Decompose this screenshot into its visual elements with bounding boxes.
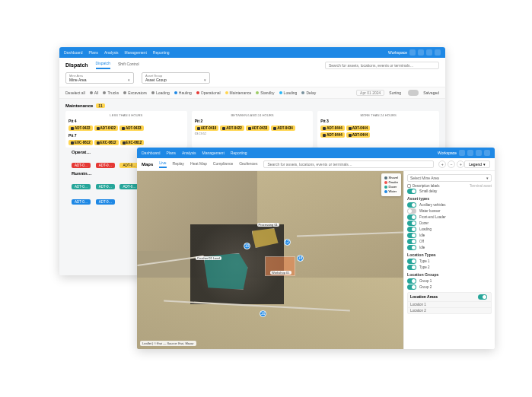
toggle-loc-type1[interactable] bbox=[407, 259, 416, 264]
filter-hauling[interactable]: Hauling bbox=[174, 91, 192, 95]
asset-card[interactable]: EXC-0612 bbox=[120, 140, 145, 145]
nav-reporting[interactable]: Reporting bbox=[153, 50, 170, 55]
filter-loading2[interactable]: Loading bbox=[279, 91, 298, 95]
zoom-out-button[interactable]: − bbox=[448, 160, 455, 168]
workspace-label[interactable]: Workspace bbox=[438, 151, 457, 155]
zoom-in-button[interactable]: + bbox=[438, 160, 446, 168]
map-canvas[interactable]: Crusher 01 Load Processing 01 Workshop 0… bbox=[137, 171, 403, 349]
asset-pill[interactable]: ADT-0… bbox=[96, 184, 115, 189]
help-icon[interactable] bbox=[476, 150, 482, 156]
nav-dashboard[interactable]: Dashboard bbox=[142, 151, 160, 155]
list-item[interactable]: Location 1 bbox=[408, 301, 491, 307]
asset-pill[interactable]: ADT-0… bbox=[72, 199, 91, 205]
nav-analysis[interactable]: Analysis bbox=[104, 50, 119, 55]
workspace-label[interactable]: Workspace bbox=[388, 50, 407, 55]
asset-card[interactable]: ADT-0433 bbox=[246, 125, 270, 131]
nav-plans[interactable]: Plans bbox=[166, 151, 176, 155]
filter-delay[interactable]: Delay bbox=[301, 91, 316, 95]
asset-pill[interactable]: ADT-0… bbox=[72, 163, 91, 168]
gear-icon[interactable] bbox=[467, 150, 473, 156]
small-delay-toggle[interactable] bbox=[407, 189, 416, 194]
legend-panel: Shovel Grader Dozer Water bbox=[381, 173, 401, 196]
tab-compliance[interactable]: Compliance bbox=[213, 161, 233, 167]
home-icon[interactable] bbox=[409, 49, 416, 56]
tab-live[interactable]: Live bbox=[159, 160, 166, 168]
filter-deselect-all[interactable]: Deselect all bbox=[65, 91, 85, 95]
asset-card[interactable]: ADT-0444 bbox=[320, 132, 345, 138]
toggle-loc-grp1[interactable] bbox=[407, 278, 416, 284]
help-icon[interactable] bbox=[426, 49, 432, 56]
asset-group-select[interactable]: Asset Group Asset Group▾ bbox=[142, 72, 210, 84]
salvaged-toggle[interactable] bbox=[408, 90, 419, 96]
mine-area-select[interactable]: Select Mine Area▾ bbox=[407, 174, 492, 182]
toggle-loading[interactable] bbox=[407, 227, 416, 232]
legend-toggle[interactable]: Legend▾ bbox=[464, 160, 490, 168]
date-filter[interactable]: Apr 01 2024 bbox=[356, 90, 384, 96]
toggle-loc-grp2[interactable] bbox=[407, 284, 416, 290]
nav-management[interactable]: Management bbox=[125, 50, 147, 55]
desc-labels-checkbox[interactable] bbox=[407, 184, 411, 188]
asset-card[interactable]: EXC-0612 bbox=[94, 140, 119, 145]
home-icon[interactable] bbox=[459, 150, 465, 156]
asset-card[interactable]: ADT-0433 bbox=[119, 125, 144, 131]
nav-dashboard[interactable]: Dashboard bbox=[64, 50, 82, 55]
filter-loading[interactable]: Loading bbox=[151, 91, 170, 95]
asset-pill[interactable]: ADT-0… bbox=[119, 184, 139, 189]
filter-standby[interactable]: Standby bbox=[256, 91, 274, 95]
search-input[interactable] bbox=[325, 62, 439, 69]
map-marker[interactable]: 12 bbox=[284, 239, 291, 246]
tab-geofences[interactable]: Geofences bbox=[239, 161, 257, 167]
tab-replay[interactable]: Replay bbox=[173, 161, 185, 167]
asset-card[interactable]: ADT-0422 bbox=[220, 125, 244, 131]
toggle-fel[interactable] bbox=[407, 214, 416, 220]
center-button[interactable]: ⌖ bbox=[457, 160, 464, 168]
nav-management[interactable]: Management bbox=[202, 151, 225, 155]
user-icon[interactable] bbox=[484, 150, 490, 156]
filter-sidepanel: Select Mine Area▾ Description labelsTerm… bbox=[403, 171, 495, 349]
asset-card[interactable]: EXC-0612 bbox=[68, 140, 93, 145]
tab-dispatch[interactable]: Dispatch bbox=[96, 61, 110, 69]
filter-excavators[interactable]: Excavators bbox=[123, 91, 147, 95]
truck-icon bbox=[123, 141, 126, 145]
asset-pill[interactable]: ADT-0… bbox=[96, 199, 115, 205]
asset-pill[interactable]: ADT-0… bbox=[119, 163, 139, 168]
toggle-idle2[interactable] bbox=[407, 245, 416, 250]
location-areas-toggle[interactable] bbox=[478, 294, 487, 300]
map-marker[interactable]: 18 bbox=[297, 255, 304, 262]
search-input[interactable] bbox=[263, 160, 434, 168]
nav-reporting[interactable]: Reporting bbox=[231, 151, 247, 155]
location-types-header: Location Types bbox=[407, 252, 492, 257]
tab-heatmap[interactable]: Heat Map bbox=[190, 161, 207, 167]
list-item[interactable]: Location 2 bbox=[408, 307, 491, 313]
sort-label[interactable]: Sorting bbox=[389, 91, 401, 95]
toggle-loc-type2[interactable] bbox=[407, 265, 416, 270]
asset-card[interactable]: ADT-0422 bbox=[68, 125, 93, 131]
toggle-aux[interactable] bbox=[407, 202, 416, 208]
asset-pill[interactable]: ADT-0… bbox=[72, 184, 91, 189]
asset-card[interactable]: ADT-0444 bbox=[346, 132, 371, 138]
nav-analysis[interactable]: Analysis bbox=[182, 151, 196, 155]
asset-card[interactable]: ADT-0410 bbox=[195, 125, 219, 131]
gear-icon[interactable] bbox=[418, 49, 424, 56]
filter-maintenance[interactable]: Maintenance bbox=[225, 91, 252, 95]
toggle-dozer[interactable] bbox=[407, 221, 416, 226]
toggle-off[interactable] bbox=[407, 239, 416, 244]
app-topbar: Dashboard Plans Analysis Management Repo… bbox=[137, 148, 495, 158]
tab-shift-control[interactable]: Shift Control bbox=[118, 62, 139, 68]
toggle-idle[interactable] bbox=[407, 233, 416, 238]
asset-card[interactable]: ADT-0444 bbox=[346, 125, 371, 131]
asset-card[interactable]: ADT-0444 bbox=[320, 125, 345, 131]
asset-card[interactable]: ADT-0422 bbox=[94, 125, 119, 131]
filter-all[interactable]: All bbox=[90, 91, 99, 95]
asset-card[interactable]: ADT-0434 bbox=[271, 125, 295, 131]
asset-pill[interactable]: ADT-0… bbox=[96, 163, 115, 168]
filter-trucks[interactable]: Trucks bbox=[103, 91, 119, 95]
toggle-water[interactable] bbox=[407, 208, 416, 214]
map-marker[interactable]: 16 bbox=[260, 310, 266, 317]
filter-operational[interactable]: Operational bbox=[196, 91, 221, 95]
map-marker[interactable]: 10 bbox=[244, 243, 250, 249]
truck-icon bbox=[197, 127, 200, 130]
user-icon[interactable] bbox=[435, 49, 441, 56]
nav-plans[interactable]: Plans bbox=[88, 50, 98, 55]
mine-area-select[interactable]: Mine Area Mine Area▾ bbox=[65, 72, 134, 84]
